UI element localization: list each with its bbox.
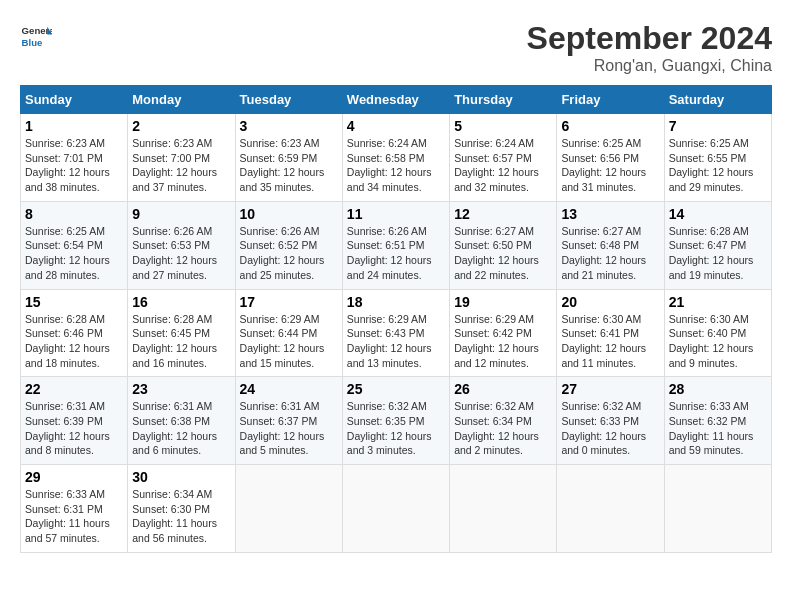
- day-number: 7: [669, 118, 767, 134]
- calendar-header-row: SundayMondayTuesdayWednesdayThursdayFrid…: [21, 86, 772, 114]
- day-number: 25: [347, 381, 445, 397]
- calendar-day-cell: 14 Sunrise: 6:28 AM Sunset: 6:47 PM Dayl…: [664, 201, 771, 289]
- day-of-week-header: Sunday: [21, 86, 128, 114]
- day-number: 13: [561, 206, 659, 222]
- day-detail: Sunrise: 6:25 AM Sunset: 6:54 PM Dayligh…: [25, 224, 123, 283]
- calendar-day-cell: 21 Sunrise: 6:30 AM Sunset: 6:40 PM Dayl…: [664, 289, 771, 377]
- calendar-day-cell: 15 Sunrise: 6:28 AM Sunset: 6:46 PM Dayl…: [21, 289, 128, 377]
- day-detail: Sunrise: 6:26 AM Sunset: 6:51 PM Dayligh…: [347, 224, 445, 283]
- calendar-day-cell: [342, 465, 449, 553]
- day-of-week-header: Friday: [557, 86, 664, 114]
- day-detail: Sunrise: 6:29 AM Sunset: 6:42 PM Dayligh…: [454, 312, 552, 371]
- day-detail: Sunrise: 6:26 AM Sunset: 6:53 PM Dayligh…: [132, 224, 230, 283]
- day-detail: Sunrise: 6:31 AM Sunset: 6:39 PM Dayligh…: [25, 399, 123, 458]
- day-number: 4: [347, 118, 445, 134]
- day-of-week-header: Tuesday: [235, 86, 342, 114]
- day-number: 14: [669, 206, 767, 222]
- calendar-day-cell: 27 Sunrise: 6:32 AM Sunset: 6:33 PM Dayl…: [557, 377, 664, 465]
- calendar-day-cell: [235, 465, 342, 553]
- day-detail: Sunrise: 6:30 AM Sunset: 6:41 PM Dayligh…: [561, 312, 659, 371]
- day-number: 8: [25, 206, 123, 222]
- day-number: 11: [347, 206, 445, 222]
- day-detail: Sunrise: 6:29 AM Sunset: 6:44 PM Dayligh…: [240, 312, 338, 371]
- page-header: General Blue September 2024 Rong'an, Gua…: [20, 20, 772, 75]
- calendar-day-cell: 26 Sunrise: 6:32 AM Sunset: 6:34 PM Dayl…: [450, 377, 557, 465]
- day-detail: Sunrise: 6:28 AM Sunset: 6:45 PM Dayligh…: [132, 312, 230, 371]
- day-of-week-header: Thursday: [450, 86, 557, 114]
- day-detail: Sunrise: 6:31 AM Sunset: 6:37 PM Dayligh…: [240, 399, 338, 458]
- day-number: 16: [132, 294, 230, 310]
- calendar-day-cell: 7 Sunrise: 6:25 AM Sunset: 6:55 PM Dayli…: [664, 114, 771, 202]
- logo-icon: General Blue: [20, 20, 52, 52]
- day-number: 21: [669, 294, 767, 310]
- calendar-week-row: 29 Sunrise: 6:33 AM Sunset: 6:31 PM Dayl…: [21, 465, 772, 553]
- logo: General Blue: [20, 20, 52, 52]
- calendar-day-cell: 13 Sunrise: 6:27 AM Sunset: 6:48 PM Dayl…: [557, 201, 664, 289]
- day-number: 20: [561, 294, 659, 310]
- calendar-day-cell: [664, 465, 771, 553]
- day-number: 18: [347, 294, 445, 310]
- day-detail: Sunrise: 6:33 AM Sunset: 6:32 PM Dayligh…: [669, 399, 767, 458]
- day-detail: Sunrise: 6:32 AM Sunset: 6:35 PM Dayligh…: [347, 399, 445, 458]
- calendar-day-cell: 2 Sunrise: 6:23 AM Sunset: 7:00 PM Dayli…: [128, 114, 235, 202]
- day-detail: Sunrise: 6:27 AM Sunset: 6:50 PM Dayligh…: [454, 224, 552, 283]
- calendar-day-cell: 18 Sunrise: 6:29 AM Sunset: 6:43 PM Dayl…: [342, 289, 449, 377]
- day-detail: Sunrise: 6:25 AM Sunset: 6:56 PM Dayligh…: [561, 136, 659, 195]
- day-number: 17: [240, 294, 338, 310]
- day-number: 30: [132, 469, 230, 485]
- calendar-day-cell: 16 Sunrise: 6:28 AM Sunset: 6:45 PM Dayl…: [128, 289, 235, 377]
- calendar-day-cell: 4 Sunrise: 6:24 AM Sunset: 6:58 PM Dayli…: [342, 114, 449, 202]
- day-detail: Sunrise: 6:25 AM Sunset: 6:55 PM Dayligh…: [669, 136, 767, 195]
- day-number: 22: [25, 381, 123, 397]
- day-number: 15: [25, 294, 123, 310]
- calendar-day-cell: 17 Sunrise: 6:29 AM Sunset: 6:44 PM Dayl…: [235, 289, 342, 377]
- calendar-week-row: 22 Sunrise: 6:31 AM Sunset: 6:39 PM Dayl…: [21, 377, 772, 465]
- calendar-day-cell: 25 Sunrise: 6:32 AM Sunset: 6:35 PM Dayl…: [342, 377, 449, 465]
- day-number: 12: [454, 206, 552, 222]
- day-number: 29: [25, 469, 123, 485]
- day-detail: Sunrise: 6:28 AM Sunset: 6:46 PM Dayligh…: [25, 312, 123, 371]
- day-detail: Sunrise: 6:29 AM Sunset: 6:43 PM Dayligh…: [347, 312, 445, 371]
- day-number: 9: [132, 206, 230, 222]
- calendar-day-cell: 9 Sunrise: 6:26 AM Sunset: 6:53 PM Dayli…: [128, 201, 235, 289]
- day-number: 24: [240, 381, 338, 397]
- day-detail: Sunrise: 6:23 AM Sunset: 6:59 PM Dayligh…: [240, 136, 338, 195]
- calendar-day-cell: 8 Sunrise: 6:25 AM Sunset: 6:54 PM Dayli…: [21, 201, 128, 289]
- calendar-day-cell: 29 Sunrise: 6:33 AM Sunset: 6:31 PM Dayl…: [21, 465, 128, 553]
- day-number: 10: [240, 206, 338, 222]
- day-detail: Sunrise: 6:26 AM Sunset: 6:52 PM Dayligh…: [240, 224, 338, 283]
- day-detail: Sunrise: 6:24 AM Sunset: 6:57 PM Dayligh…: [454, 136, 552, 195]
- svg-text:Blue: Blue: [22, 37, 43, 48]
- day-number: 26: [454, 381, 552, 397]
- calendar-day-cell: 22 Sunrise: 6:31 AM Sunset: 6:39 PM Dayl…: [21, 377, 128, 465]
- day-number: 27: [561, 381, 659, 397]
- title-block: September 2024 Rong'an, Guangxi, China: [527, 20, 772, 75]
- day-detail: Sunrise: 6:23 AM Sunset: 7:01 PM Dayligh…: [25, 136, 123, 195]
- calendar-day-cell: 19 Sunrise: 6:29 AM Sunset: 6:42 PM Dayl…: [450, 289, 557, 377]
- calendar-day-cell: 11 Sunrise: 6:26 AM Sunset: 6:51 PM Dayl…: [342, 201, 449, 289]
- day-of-week-header: Monday: [128, 86, 235, 114]
- day-of-week-header: Wednesday: [342, 86, 449, 114]
- day-number: 3: [240, 118, 338, 134]
- calendar-day-cell: 5 Sunrise: 6:24 AM Sunset: 6:57 PM Dayli…: [450, 114, 557, 202]
- calendar-day-cell: 24 Sunrise: 6:31 AM Sunset: 6:37 PM Dayl…: [235, 377, 342, 465]
- day-detail: Sunrise: 6:31 AM Sunset: 6:38 PM Dayligh…: [132, 399, 230, 458]
- calendar-day-cell: 23 Sunrise: 6:31 AM Sunset: 6:38 PM Dayl…: [128, 377, 235, 465]
- calendar-week-row: 1 Sunrise: 6:23 AM Sunset: 7:01 PM Dayli…: [21, 114, 772, 202]
- calendar-day-cell: 12 Sunrise: 6:27 AM Sunset: 6:50 PM Dayl…: [450, 201, 557, 289]
- day-detail: Sunrise: 6:28 AM Sunset: 6:47 PM Dayligh…: [669, 224, 767, 283]
- day-detail: Sunrise: 6:32 AM Sunset: 6:34 PM Dayligh…: [454, 399, 552, 458]
- calendar-day-cell: [557, 465, 664, 553]
- location: Rong'an, Guangxi, China: [527, 57, 772, 75]
- calendar-day-cell: 1 Sunrise: 6:23 AM Sunset: 7:01 PM Dayli…: [21, 114, 128, 202]
- day-number: 1: [25, 118, 123, 134]
- day-number: 5: [454, 118, 552, 134]
- calendar-day-cell: 3 Sunrise: 6:23 AM Sunset: 6:59 PM Dayli…: [235, 114, 342, 202]
- day-number: 23: [132, 381, 230, 397]
- day-number: 28: [669, 381, 767, 397]
- day-detail: Sunrise: 6:32 AM Sunset: 6:33 PM Dayligh…: [561, 399, 659, 458]
- calendar-day-cell: 10 Sunrise: 6:26 AM Sunset: 6:52 PM Dayl…: [235, 201, 342, 289]
- month-title: September 2024: [527, 20, 772, 57]
- day-number: 19: [454, 294, 552, 310]
- calendar-day-cell: 20 Sunrise: 6:30 AM Sunset: 6:41 PM Dayl…: [557, 289, 664, 377]
